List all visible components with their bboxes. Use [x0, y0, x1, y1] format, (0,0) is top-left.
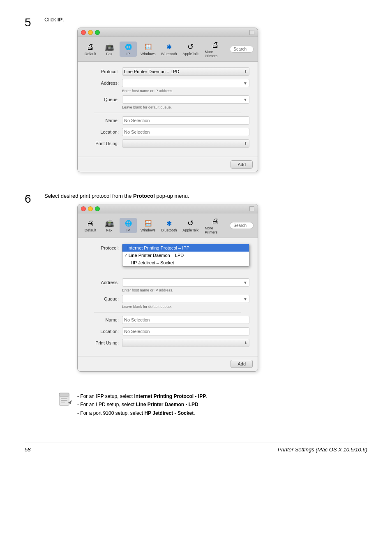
fax-icon-1: 📠	[104, 42, 115, 51]
divider-1	[94, 113, 241, 113]
zoom-button-2[interactable]	[95, 206, 100, 211]
address-hint-1: Enter host name or IP address.	[122, 89, 249, 93]
step-5-prefix: Click	[44, 16, 58, 23]
window-2-toolbar: 🖨 Default 📠 Fax 🌐 IP 🪟 Windows	[78, 213, 258, 238]
location-input-2[interactable]: No Selection	[122, 327, 249, 335]
window-1-footer: Add	[78, 157, 258, 172]
dropdown-socket[interactable]: HP Jetdirect – Socket	[122, 259, 249, 266]
step-5-content: Click IP. 🖨 Default	[44, 16, 367, 180]
page-footer: 58 Printer Settings (Mac OS X 10.5/10.6)	[25, 442, 367, 453]
toolbar-appletalk-1[interactable]: ↺ AppleTalk	[180, 42, 201, 57]
queue-row-2: Queue: ▼	[86, 295, 249, 303]
window-1: 🖨 Default 📠 Fax 🌐 IP 🪟 Windows	[77, 28, 258, 172]
step-5-number: 5	[25, 16, 41, 29]
address-input-2[interactable]: ▼	[122, 278, 249, 287]
address-row-1: Address: ▼	[86, 79, 249, 87]
location-input-1[interactable]: No Selection	[122, 128, 249, 136]
print-using-row-1: Print Using: ⬍	[86, 139, 249, 148]
windows-icon-2: 🪟	[142, 219, 154, 228]
dropdown-lpd[interactable]: Line Printer Daemon – LPD	[122, 252, 249, 259]
window-2-footer: Add	[78, 356, 258, 371]
print-using-arrow-2: ⬍	[244, 341, 247, 345]
default-label-2: Default	[85, 228, 97, 232]
notes-section: - For an IPP setup, select Internet Prin…	[58, 392, 367, 417]
toolbar-default-2[interactable]: 🖨 Default	[82, 218, 99, 233]
appletalk-label-2: AppleTalk	[182, 228, 198, 232]
add-button-2[interactable]: Add	[231, 360, 253, 368]
queue-hint-2: Leave blank for default queue.	[122, 305, 249, 309]
address-input-1[interactable]: ▼	[122, 79, 249, 87]
protocol-arrow-1: ⬍	[244, 69, 247, 74]
footer-page-number: 58	[25, 446, 30, 453]
more-label-1: More Printers	[205, 50, 226, 58]
name-row-1: Name: No Selection	[86, 116, 249, 125]
note-line2-bold: Line Printer Daemon - LPD	[136, 402, 198, 407]
zoom-button-1[interactable]	[95, 30, 100, 35]
toolbar-windows-2[interactable]: 🪟 Windows	[138, 218, 158, 233]
divider-2	[94, 312, 241, 312]
name-label-2: Name:	[86, 317, 119, 322]
dropdown-ipp[interactable]: Internet Printing Protocol – IPP	[122, 244, 249, 252]
bluetooth-icon-2: ✱	[163, 219, 175, 228]
traffic-lights-2	[81, 206, 100, 211]
toolbar-bluetooth-2[interactable]: ✱ Bluetooth	[159, 218, 179, 233]
search-2[interactable]: Search	[230, 222, 254, 229]
ip-label-1: IP	[127, 52, 130, 56]
toolbar-windows-1[interactable]: 🪟 Windows	[138, 42, 158, 57]
note-line1-suffix: .	[206, 393, 207, 399]
protocol-value-1: Line Printer Daemon – LPD	[124, 69, 180, 74]
more-label-2: More Printers	[205, 226, 226, 234]
appletalk-icon-1: ↺	[185, 42, 196, 51]
name-input-2[interactable]: No Selection	[122, 316, 249, 324]
toolbar-fax-1[interactable]: 📠 Fax	[101, 42, 118, 57]
queue-input-1[interactable]: ▼	[122, 95, 249, 104]
note-line3-bold: HP Jetdirect - Socket	[144, 410, 194, 416]
location-row-2: Location: No Selection	[86, 327, 249, 335]
location-label-1: Location:	[86, 130, 119, 134]
toolbar-more-1[interactable]: 🖨 More Printers	[202, 39, 228, 59]
search-1[interactable]: Search	[230, 46, 254, 53]
fax-label-1: Fax	[106, 52, 112, 56]
more-icon-2: 🖨	[210, 217, 221, 226]
note-line-3: - For a port 9100 setup, select HP Jetdi…	[77, 409, 208, 417]
step-6-prefix: Select desired print protocol from the	[44, 193, 133, 199]
minimize-button-2[interactable]	[88, 206, 93, 211]
toolbar-ip-1[interactable]: 🌐 IP	[120, 42, 137, 57]
window-1-form: Protocol: Line Printer Daemon – LPD ⬍ Ad…	[78, 62, 258, 157]
address-hint-2: Enter host name or IP address.	[122, 288, 249, 292]
step-5-period: .	[62, 16, 64, 23]
toolbar-ip-2[interactable]: 🌐 IP	[120, 218, 137, 233]
toolbar-default-1[interactable]: 🖨 Default	[82, 42, 99, 57]
resize-button-1[interactable]	[249, 30, 254, 35]
step-5-text: Click IP.	[44, 16, 367, 23]
address-row-2: Address: ▼	[86, 278, 249, 287]
note-svg	[58, 392, 72, 407]
bluetooth-icon-1: ✱	[163, 42, 175, 51]
close-button-2[interactable]	[81, 206, 86, 211]
toolbar-more-2[interactable]: 🖨 More Printers	[202, 216, 228, 235]
note-icon	[58, 392, 72, 407]
note-line3-suffix: .	[194, 410, 195, 416]
minimize-button-1[interactable]	[88, 30, 93, 35]
toolbar-fax-2[interactable]: 📠 Fax	[101, 218, 118, 233]
resize-button-2[interactable]	[249, 206, 254, 211]
queue-input-2[interactable]: ▼	[122, 295, 249, 303]
toolbar-appletalk-2[interactable]: ↺ AppleTalk	[180, 218, 201, 233]
toolbar-bluetooth-1[interactable]: ✱ Bluetooth	[159, 42, 179, 57]
protocol-label-1: Protocol:	[86, 69, 119, 74]
location-label-2: Location:	[86, 329, 119, 334]
note-line1-prefix: - For an IPP setup, select	[77, 393, 134, 399]
close-button-1[interactable]	[81, 30, 86, 35]
print-using-select-2[interactable]: ⬍	[122, 339, 249, 347]
step-6-bold: Protocol	[133, 193, 155, 199]
svg-rect-1	[59, 393, 69, 396]
add-button-1[interactable]: Add	[231, 160, 253, 169]
step-6: 6 Select desired print protocol from the…	[25, 193, 367, 380]
bluetooth-label-1: Bluetooth	[161, 52, 177, 56]
windows-icon-1: 🪟	[142, 42, 154, 51]
protocol-select-1[interactable]: Line Printer Daemon – LPD ⬍	[122, 67, 249, 76]
fax-icon-2: 📠	[104, 219, 115, 228]
print-using-select-1[interactable]: ⬍	[122, 139, 249, 148]
name-input-1[interactable]: No Selection	[122, 116, 249, 125]
protocol-container-2: Line Printer Daemon – LPD ⬍ Internet Pri…	[122, 244, 249, 252]
